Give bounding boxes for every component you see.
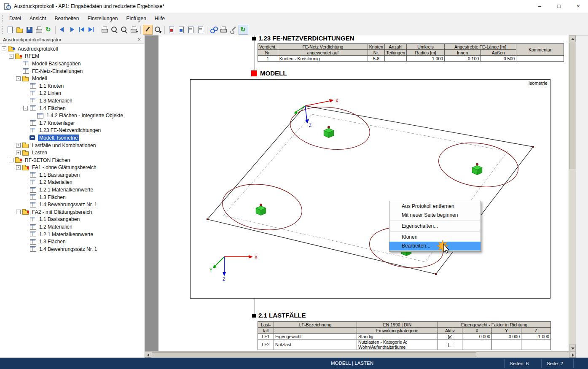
tree-item[interactable]: 1.1 Basisangaben bbox=[0, 171, 144, 179]
tree-item[interactable]: -Ausdruckprotokoll bbox=[0, 45, 144, 53]
tree-item[interactable]: -FA2 - mit Glättungsbereich bbox=[0, 208, 144, 216]
tree-expander-icon[interactable]: - bbox=[9, 158, 13, 162]
menu-bearbeiten[interactable]: Bearbeiten bbox=[50, 13, 83, 24]
tree-expander-icon[interactable]: - bbox=[23, 106, 28, 110]
maximize-button[interactable]: □ bbox=[549, 0, 569, 13]
table-header-cell: fall bbox=[258, 328, 274, 334]
navigator-close-icon[interactable]: × bbox=[137, 35, 141, 43]
refresh-icon[interactable] bbox=[44, 25, 53, 34]
context-menu-item[interactable]: Aus Protokoll entfernen bbox=[389, 202, 481, 211]
export-txt-icon[interactable] bbox=[196, 25, 205, 34]
tree-item[interactable]: 1.4 Bewehrungssatz Nr. 1 bbox=[0, 201, 144, 208]
tree-item[interactable]: Modell-Basisangaben bbox=[0, 60, 144, 67]
tree-item[interactable]: 1.4 Bewehrungssatz Nr. 1 bbox=[0, 245, 144, 253]
tree-expander-icon[interactable]: - bbox=[9, 54, 13, 59]
tree-item[interactable]: -1.4 Flächen bbox=[0, 105, 144, 112]
vertical-scroll-thumb[interactable] bbox=[569, 43, 575, 169]
tree-item[interactable]: 1.2 Materialien bbox=[0, 179, 144, 186]
tools-icon[interactable] bbox=[229, 25, 238, 34]
tree-expander-icon[interactable]: - bbox=[16, 76, 21, 81]
pick-mode-icon[interactable] bbox=[143, 25, 153, 35]
report-page[interactable]: 1.23 FE-NETZVERDICHTUNGEN Verdicht.FE-Ne… bbox=[158, 35, 569, 351]
tree-item-label: 1.4 Flächen bbox=[38, 105, 67, 112]
tree-item[interactable]: +Lasten bbox=[0, 149, 144, 156]
vertical-scrollbar[interactable] bbox=[569, 35, 576, 351]
tree-item[interactable]: 1.2 Linien bbox=[0, 90, 144, 97]
tree-item[interactable]: 1.1 Basisangaben bbox=[0, 216, 144, 224]
table-header-cell: FE-Netz Verdichtung bbox=[278, 44, 368, 50]
zoom-select-icon[interactable] bbox=[153, 25, 162, 34]
tree-item[interactable]: 1.3 Flächen bbox=[0, 238, 144, 245]
table-header-cell: Nr. bbox=[368, 50, 384, 56]
close-button[interactable]: × bbox=[569, 0, 588, 13]
tree-item[interactable]: 1.3 Materialien bbox=[0, 97, 144, 105]
tree-expander-icon[interactable]: - bbox=[16, 210, 21, 214]
menu-einf-gen[interactable]: Einfügen bbox=[122, 13, 150, 24]
folder-icon bbox=[22, 76, 29, 81]
lf-section-marker bbox=[252, 314, 256, 318]
new-report-icon[interactable] bbox=[5, 25, 14, 34]
link-icon[interactable] bbox=[209, 25, 218, 34]
tree-item[interactable]: FE-Netz-Einstellungen bbox=[0, 67, 144, 75]
table-icon bbox=[22, 68, 29, 74]
tree-item[interactable]: 1.2.1 Materialkennwerte bbox=[0, 231, 144, 238]
update-data-icon[interactable] bbox=[239, 25, 248, 35]
horizontal-scroll-thumb[interactable] bbox=[152, 352, 476, 357]
export-rtf-icon[interactable] bbox=[177, 25, 185, 34]
tree-item-label: 1.1 Knoten bbox=[38, 83, 65, 89]
first-page-icon[interactable] bbox=[77, 25, 86, 34]
table-icon bbox=[30, 91, 36, 96]
last-page-icon[interactable] bbox=[87, 25, 96, 34]
tree-expander-icon[interactable]: - bbox=[2, 46, 6, 51]
tree-item-label: 1.3 Flächen bbox=[38, 194, 67, 201]
open-report-icon[interactable] bbox=[15, 25, 24, 34]
menu-ansicht[interactable]: Ansicht bbox=[25, 13, 50, 24]
context-menu-item[interactable]: Klonen bbox=[389, 233, 481, 242]
export-doc-icon[interactable] bbox=[186, 25, 195, 34]
menu-einstellungen[interactable]: Einstellungen bbox=[83, 13, 122, 24]
tree-item[interactable]: Modell, Isometrie bbox=[0, 134, 144, 142]
save-icon[interactable] bbox=[25, 25, 34, 34]
tree-expander-icon[interactable]: + bbox=[16, 151, 21, 155]
print-settings-icon[interactable] bbox=[219, 25, 228, 34]
scroll-up-button[interactable] bbox=[569, 35, 576, 42]
nav-forward-icon[interactable] bbox=[67, 25, 76, 34]
tree-item[interactable]: 1.1 Knoten bbox=[0, 82, 144, 90]
print-preview-icon[interactable] bbox=[35, 25, 43, 34]
tree-item[interactable]: -Modell bbox=[0, 75, 144, 82]
export-pdf-icon[interactable] bbox=[167, 25, 176, 34]
tree-expander-icon[interactable]: - bbox=[16, 165, 21, 170]
tree-item-label: Ausdruckprotokoll bbox=[16, 46, 59, 52]
model-view[interactable]: Isometrie bbox=[190, 79, 550, 299]
tree-item[interactable]: 1.23 FE-Netzverdichtungen bbox=[0, 127, 144, 135]
tree-item[interactable]: +Lastfälle und Kombinationen bbox=[0, 142, 144, 149]
context-menu-item[interactable]: Bearbeiten... bbox=[389, 242, 481, 250]
menu-hilfe[interactable]: Hilfe bbox=[150, 13, 169, 24]
context-menu-item[interactable]: Mit neuer Seite beginnen bbox=[389, 211, 481, 220]
tree-item[interactable]: -RFEM bbox=[0, 53, 144, 60]
table-icon bbox=[22, 61, 29, 66]
print-export-icon[interactable] bbox=[129, 25, 138, 34]
tree-expander-icon[interactable]: + bbox=[16, 143, 21, 148]
zoom-in-icon[interactable] bbox=[110, 25, 119, 34]
scroll-down-button[interactable] bbox=[569, 345, 576, 351]
context-menu-item[interactable]: Eigenschaften... bbox=[389, 222, 481, 231]
tree-item[interactable]: 1.4.2 Flächen - Integrierte Objekte bbox=[0, 112, 144, 119]
tree-item[interactable]: 1.7 Knotenlager bbox=[0, 119, 144, 127]
print-icon[interactable] bbox=[100, 25, 109, 34]
tree-item[interactable]: 1.2.1 Materialkennwerte bbox=[0, 186, 144, 194]
nav-back-icon[interactable] bbox=[58, 25, 67, 34]
menu-datei[interactable]: Datei bbox=[5, 13, 25, 24]
scroll-right-button[interactable] bbox=[569, 352, 576, 358]
scroll-left-button[interactable] bbox=[145, 352, 151, 358]
horizontal-scrollbar[interactable] bbox=[145, 351, 576, 358]
tree-item[interactable]: -RF-BETON Flächen bbox=[0, 156, 144, 164]
zoom-out-icon[interactable] bbox=[120, 25, 129, 34]
document-area: 1.23 FE-NETZVERDICHTUNGEN Verdicht.FE-Ne… bbox=[145, 35, 576, 358]
table-icon bbox=[30, 187, 36, 193]
minimize-button[interactable]: – bbox=[530, 0, 549, 13]
tree-item-label: 1.4.2 Flächen - Integrierte Objekte bbox=[45, 112, 124, 119]
tree-item[interactable]: -FA1 - ohne Glättungsbereich bbox=[0, 164, 144, 172]
tree-item[interactable]: 1.3 Flächen bbox=[0, 194, 144, 201]
tree-item[interactable]: 1.2 Materialien bbox=[0, 223, 144, 231]
